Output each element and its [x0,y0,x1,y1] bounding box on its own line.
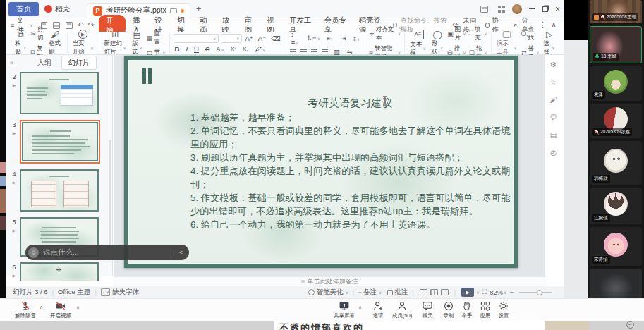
layout-button[interactable]: ▤版式∨ [130,30,144,56]
underline-button[interactable]: U [193,45,200,53]
italic-button[interactable]: I [184,45,189,53]
notes-toggle[interactable]: ≡备注∨ [358,288,382,297]
participant-tile[interactable]: 20205309张鑫 [590,104,642,138]
font-name-select[interactable]: ∨ [174,34,219,43]
slide-thumbnail[interactable]: 4▶ [8,169,112,212]
share-options-icon[interactable]: ∧ [358,305,362,310]
collapse-chat-icon[interactable]: < [179,249,183,256]
tab-outline[interactable]: 大纲 [37,58,51,68]
help-pane-icon[interactable]: ◴ [550,149,557,157]
zoom-out-icon[interactable]: − [509,288,514,296]
numbering-icon[interactable]: ⒈≡∨ [305,34,322,43]
align-text-button[interactable]: ≑对齐文本∨ [369,25,401,42]
print-icon[interactable] [66,22,73,29]
indent-increase-icon[interactable]: ⇥ [339,35,347,42]
design-pane-icon[interactable]: 🖌 [550,96,557,104]
multi-window-icon[interactable] [170,8,177,13]
tab-docer[interactable]: 稻壳 [39,2,75,16]
export-icon[interactable] [53,22,60,29]
editor-canvas[interactable]: 考研英语复习建议 1. 基础越差，越早准备； 2. 单词记忆，不要只看词典里的释… [114,55,546,276]
slideshow-dropdown-icon[interactable]: ∨ [476,290,479,295]
settings-button[interactable]: 设置 [488,300,519,319]
share-screen-button[interactable]: 共享屏幕 [329,300,360,319]
account-avatar[interactable] [512,4,522,14]
workspace-grid-icon[interactable] [498,6,505,13]
highlight-icon[interactable]: 🖍∨ [253,45,267,53]
find-button[interactable]: 查找 [521,25,539,42]
font-color-icon[interactable]: A∨ [214,45,226,53]
video-options-icon[interactable]: ∧ [76,305,80,310]
play-from-current-button[interactable]: ▶当页开始∨ [71,30,95,56]
tab-slides[interactable]: 幻灯片 [61,56,97,70]
superscript-icon[interactable]: X² [229,46,238,52]
participant-tile[interactable]: 江婉佳 [590,188,642,224]
properties-icon[interactable]: ⚙ [550,61,557,68]
slide[interactable]: 考研英语复习建议 1. 基础越差，越早准备； 2. 单词记忆，不要只看词典里的释… [124,56,518,268]
format-painter-button[interactable]: 🖌格式刷 [47,30,63,56]
participant-tile[interactable]: 郭梅欣 [590,141,642,185]
cut-button[interactable]: ✂剪切 [30,25,44,42]
comments-toggle[interactable]: 批注 [387,288,408,297]
select-button[interactable]: ▷选择∨ [542,30,557,56]
grow-font-icon[interactable]: A⁺ [244,35,255,42]
participant-tile[interactable]: 20205058王瑾 [590,0,642,23]
normal-view-icon[interactable] [420,289,427,295]
shape-button[interactable]: ◯形状∨ [430,30,444,56]
collapse-panel-icon[interactable]: « [10,59,13,66]
emoji-icon[interactable]: ☺ [28,248,39,258]
unmute-options-icon[interactable]: ∧ [40,305,43,310]
picture-button[interactable]: ▣图片∨ [447,25,466,42]
slide-thumbnail[interactable]: 2▶ [8,72,112,114]
start-video-button[interactable]: 开启视频 [45,300,76,319]
notes-bar[interactable]: ≡ 单击此处添加备注 [114,276,546,286]
strikethrough-button[interactable]: S [204,45,211,53]
collapse-ribbon-icon[interactable]: ∧ [549,20,559,30]
justify-icon[interactable] [322,49,328,54]
paste-button[interactable]: ⧉粘贴∨ [13,30,28,56]
new-slide-button[interactable]: ⊞新建幻灯片∨ [103,30,128,56]
reset-button[interactable]: ▦重置 [147,30,166,47]
comment-pane-icon[interactable]: 🗩 [550,114,557,121]
zoom-level[interactable]: 82%∨ [490,288,506,296]
indent-decrease-icon[interactable]: ⇤ [326,35,334,42]
slide-title[interactable]: 考研英语复习建议 [190,97,509,110]
align-left-icon[interactable] [290,49,296,54]
redo-icon[interactable]: ↷ [86,20,97,30]
shrink-font-icon[interactable]: A⁻ [257,35,267,42]
animation-pane-icon[interactable]: ☆ [550,78,557,86]
participant-tile[interactable] [590,269,642,298]
unmute-button[interactable]: 解除静音 [10,300,41,319]
minimize-button[interactable] [529,8,535,10]
align-center-icon[interactable] [300,49,307,54]
panel-scrollbar[interactable] [109,140,111,245]
beautify-button[interactable]: 智能美化∨ [308,288,348,297]
participant-tile[interactable]: 袁泽 [590,66,642,101]
meeting-chat-quick-input[interactable]: ☺ 说点什么... | < [25,245,189,260]
slideshow-button[interactable]: ▶ [461,288,474,297]
clear-format-icon[interactable]: ⌫ [269,35,281,42]
restore-button[interactable] [542,6,548,12]
font-size-select[interactable]: ∨ [221,34,242,43]
participant-tile-speaking[interactable]: 18 李斌 [590,26,642,63]
tab-home[interactable]: 首页 [8,2,39,16]
participant-tile[interactable]: 宋诗怡 [590,227,642,266]
undo-icon[interactable]: ↶ [75,20,86,30]
sorter-view-icon[interactable] [430,289,438,295]
selection-pane-icon[interactable]: ▤ [550,131,557,139]
bullets-icon[interactable]: ⁝≡∨ [290,30,300,46]
line-spacing-icon[interactable]: ↕∨ [351,35,361,42]
present-tools-button[interactable]: 🖵演示工具∨ [495,30,518,56]
bold-button[interactable]: B [174,45,181,53]
slide-body-text[interactable]: 1. 基础越差，越早准备； 2. 单词记忆，不要只看词典里的释义，尽可能多地去了… [190,111,511,231]
align-right-icon[interactable] [311,49,317,54]
theme-name[interactable]: Office 主题 [58,288,90,297]
reading-layout-icon[interactable] [480,6,488,13]
zoom-slider[interactable] [519,292,552,293]
new-tab-button[interactable]: + [190,1,207,16]
fit-window-icon[interactable]: ⛶ [482,288,487,296]
fill-button[interactable]: ⛶填充∨ [469,25,487,42]
missing-font-warning[interactable]: 缺失字体 [112,288,139,297]
slide-thumbnail-selected[interactable]: 3▶ [8,120,112,164]
textbox-button[interactable]: A≡文本框∨ [408,30,427,57]
subscript-icon[interactable]: X₂ [241,46,250,52]
